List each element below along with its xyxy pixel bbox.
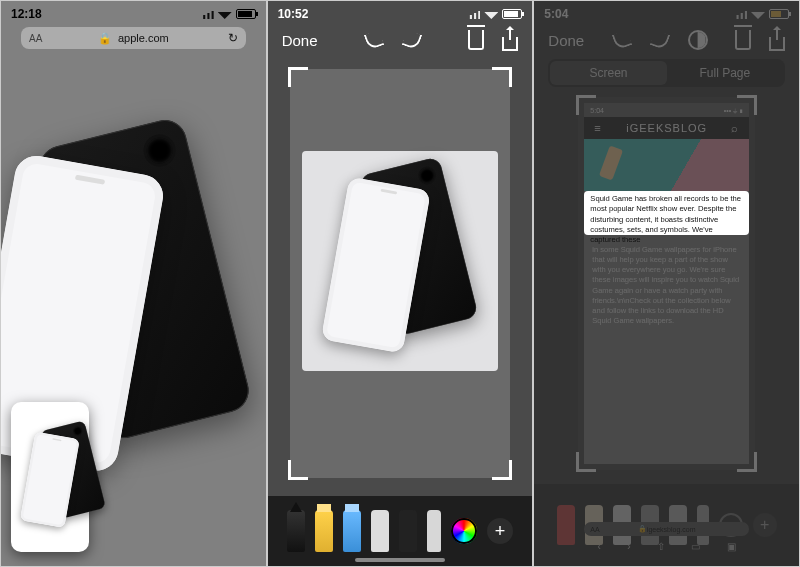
capture-mode-segmented[interactable]: Screen Full Page bbox=[548, 59, 785, 87]
panel-safari-thumbnail: 12:18 AA 🔒 apple.com ↻ bbox=[0, 0, 267, 567]
share-icon[interactable] bbox=[769, 37, 785, 51]
status-time: 5:04 bbox=[544, 7, 568, 21]
share-icon[interactable] bbox=[502, 37, 518, 51]
highlighter-tool[interactable] bbox=[343, 510, 361, 552]
trash-icon[interactable] bbox=[735, 30, 751, 50]
crop-handle-bottom-right[interactable] bbox=[492, 460, 512, 480]
reload-icon[interactable]: ↻ bbox=[228, 31, 238, 45]
crop-handle-bottom-left[interactable] bbox=[576, 452, 596, 472]
lasso-tool[interactable] bbox=[399, 510, 417, 552]
bookmarks-icon: ▭ bbox=[691, 541, 700, 552]
crop-canvas[interactable] bbox=[290, 69, 511, 478]
camera-lens bbox=[144, 134, 176, 166]
battery-icon bbox=[236, 9, 256, 19]
status-indicators bbox=[200, 9, 256, 19]
redo-icon[interactable] bbox=[650, 30, 670, 50]
wifi-icon bbox=[484, 9, 498, 19]
crop-handle-top-right[interactable] bbox=[737, 95, 757, 115]
pen-tool[interactable] bbox=[557, 505, 575, 545]
captured-url: igeeksblog.com bbox=[647, 526, 696, 533]
undo-icon[interactable] bbox=[364, 30, 384, 50]
undo-icon[interactable] bbox=[612, 30, 632, 50]
captured-safari-tabbar: ‹ › ⇧ ▭ ▣ bbox=[584, 538, 749, 554]
opacity-icon[interactable] bbox=[688, 30, 708, 50]
battery-icon bbox=[769, 9, 789, 19]
lock-icon: 🔒 bbox=[638, 525, 647, 533]
segment-screen[interactable]: Screen bbox=[550, 61, 666, 85]
cellular-icon bbox=[200, 9, 214, 19]
wifi-icon bbox=[218, 9, 232, 19]
text-size-button[interactable]: AA bbox=[29, 33, 42, 44]
crop-handle-top-right[interactable] bbox=[492, 67, 512, 87]
screenshot-thumbnail[interactable] bbox=[11, 402, 89, 552]
crop-handle-top-left[interactable] bbox=[576, 95, 596, 115]
status-bar: 12:18 bbox=[1, 1, 266, 27]
tabs-icon: ▣ bbox=[727, 541, 736, 552]
eraser-tool[interactable] bbox=[371, 510, 389, 552]
selected-crop-region[interactable] bbox=[302, 151, 499, 371]
cellular-icon bbox=[466, 9, 480, 19]
panel-markup-crop: 10:52 Done bbox=[267, 0, 534, 567]
wifi-icon bbox=[751, 9, 765, 19]
home-indicator bbox=[355, 558, 445, 562]
trash-icon[interactable] bbox=[468, 30, 484, 50]
safari-address-bar[interactable]: AA 🔒 apple.com ↻ bbox=[21, 27, 246, 49]
crop-handle-top-left[interactable] bbox=[288, 67, 308, 87]
markup-toolbar: Done bbox=[268, 23, 533, 57]
panel-markup-fullpage: 5:04 Done Screen Full Page 5:04 ••• ⏚ ▮ bbox=[533, 0, 800, 567]
crop-frame[interactable] bbox=[578, 97, 755, 470]
crop-handle-bottom-left[interactable] bbox=[288, 460, 308, 480]
segment-full-page[interactable]: Full Page bbox=[667, 61, 783, 85]
status-indicators bbox=[733, 9, 789, 19]
markup-toolbar: Done bbox=[534, 23, 799, 57]
lock-icon: 🔒 bbox=[98, 32, 112, 45]
done-button[interactable]: Done bbox=[548, 32, 584, 49]
ruler-tool[interactable] bbox=[427, 510, 441, 552]
battery-icon bbox=[502, 9, 522, 19]
add-shape-button[interactable]: + bbox=[487, 518, 513, 544]
captured-address-bar: AA 🔒 igeeksblog.com bbox=[584, 522, 749, 536]
pen-tool[interactable] bbox=[287, 510, 305, 552]
status-time: 10:52 bbox=[278, 7, 309, 21]
color-picker-icon[interactable] bbox=[451, 518, 477, 544]
highlighted-selection[interactable]: Squid Game has broken all records to be … bbox=[584, 191, 749, 235]
status-time: 12:18 bbox=[11, 7, 42, 21]
share-icon: ⇧ bbox=[657, 541, 665, 552]
text-size-button: AA bbox=[590, 526, 599, 533]
forward-icon: › bbox=[627, 541, 630, 552]
markup-tool-tray: + bbox=[268, 496, 533, 566]
crop-handle-bottom-right[interactable] bbox=[737, 452, 757, 472]
redo-icon[interactable] bbox=[402, 30, 422, 50]
add-shape-button[interactable]: + bbox=[753, 513, 777, 537]
back-icon: ‹ bbox=[598, 541, 601, 552]
url-text: apple.com bbox=[118, 32, 169, 44]
cellular-icon bbox=[733, 9, 747, 19]
status-indicators bbox=[466, 9, 522, 19]
done-button[interactable]: Done bbox=[282, 32, 318, 49]
marker-tool[interactable] bbox=[315, 510, 333, 552]
